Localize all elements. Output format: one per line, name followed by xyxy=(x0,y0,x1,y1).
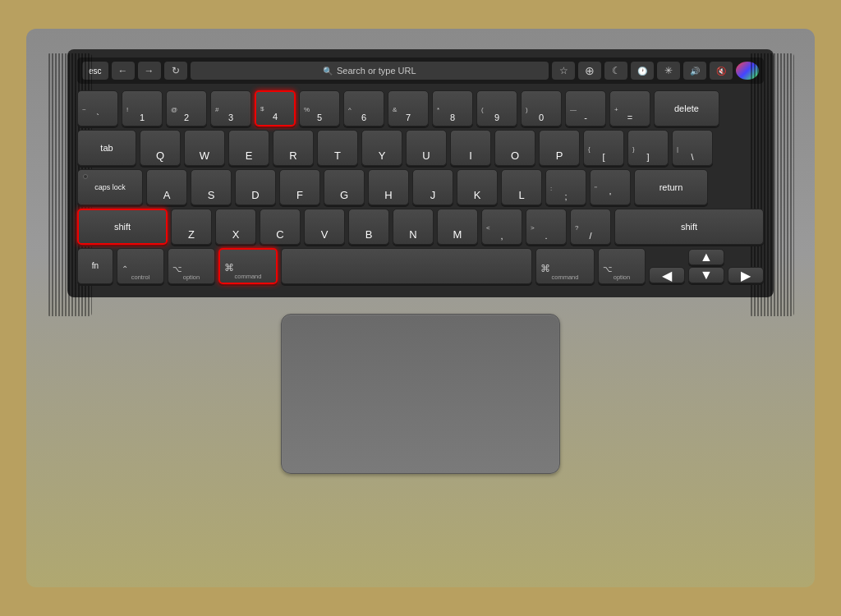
key-s[interactable]: S xyxy=(191,169,232,205)
key-equals[interactable]: + = xyxy=(609,90,650,126)
asdf-row: caps lock A S D F G H J K L : ; " ' retu… xyxy=(77,169,764,205)
key-arrow-up[interactable]: ▲ xyxy=(688,249,724,265)
key-f[interactable]: F xyxy=(279,169,320,205)
key-shift-left[interactable]: shift xyxy=(77,209,168,245)
key-n[interactable]: N xyxy=(393,209,434,245)
key-backslash[interactable]: | \ xyxy=(672,130,713,166)
tb-refresh[interactable]: ↻ xyxy=(164,62,187,80)
arrow-row-bottom: ◀ ▼ ▶ xyxy=(649,267,764,283)
tb-mute[interactable]: 🔇 xyxy=(710,62,733,80)
key-k[interactable]: K xyxy=(457,169,498,205)
key-4[interactable]: $ 4 xyxy=(255,90,296,126)
key-comma[interactable]: < , xyxy=(481,209,522,245)
key-h[interactable]: H xyxy=(368,169,409,205)
key-x[interactable]: X xyxy=(215,209,256,245)
key-3[interactable]: # 3 xyxy=(210,90,251,126)
key-a[interactable]: A xyxy=(146,169,187,205)
key-5[interactable]: % 5 xyxy=(299,90,340,126)
key-return[interactable]: return xyxy=(634,169,708,205)
key-v[interactable]: V xyxy=(304,209,345,245)
zxcv-row: shift Z X C V B N M < , > . ? / shift xyxy=(77,209,764,245)
key-arrow-down[interactable]: ▼ xyxy=(688,267,724,283)
key-1[interactable]: ! 1 xyxy=(122,90,163,126)
arrow-row-top: ▲ xyxy=(688,249,724,265)
key-l[interactable]: L xyxy=(501,169,542,205)
key-i[interactable]: I xyxy=(450,130,491,166)
arrow-cluster: ▲ ◀ ▼ ▶ xyxy=(649,249,764,283)
key-option-left[interactable]: ⌥ option xyxy=(168,248,215,284)
key-m[interactable]: M xyxy=(437,209,478,245)
key-quote[interactable]: " ' xyxy=(590,169,631,205)
touch-bar: esc ← → ↻ 🔍 Search or type URL ☆ ⊕ ☾ 🕐 ✳… xyxy=(77,57,764,84)
tb-back[interactable]: ← xyxy=(112,62,135,80)
key-w[interactable]: W xyxy=(184,130,225,166)
trackpad[interactable] xyxy=(281,314,560,474)
key-command-right[interactable]: ⌘ command xyxy=(535,248,595,284)
tb-moon[interactable]: ☾ xyxy=(604,62,627,80)
key-e[interactable]: E xyxy=(228,130,269,166)
qwerty-row: tab Q W E R T Y U I O P { [ } ] | \ xyxy=(77,130,764,166)
key-command-left[interactable]: ⌘ command xyxy=(218,248,278,284)
key-tab[interactable]: tab xyxy=(77,130,136,166)
key-u[interactable]: U xyxy=(406,130,447,166)
keyboard-area: esc ← → ↻ 🔍 Search or type URL ☆ ⊕ ☾ 🕐 ✳… xyxy=(67,49,774,297)
key-semicolon[interactable]: : ; xyxy=(545,169,586,205)
key-g[interactable]: G xyxy=(324,169,365,205)
tb-search[interactable]: 🔍 Search or type URL xyxy=(191,62,549,80)
key-t[interactable]: T xyxy=(317,130,358,166)
key-shift-right[interactable]: shift xyxy=(614,209,764,245)
key-o[interactable]: O xyxy=(494,130,535,166)
key-9[interactable]: ( 9 xyxy=(476,90,517,126)
key-control[interactable]: ⌃ control xyxy=(117,248,164,284)
key-8[interactable]: * 8 xyxy=(432,90,473,126)
key-p[interactable]: P xyxy=(539,130,580,166)
key-0[interactable]: ) 0 xyxy=(521,90,562,126)
tb-clock[interactable]: 🕐 xyxy=(631,62,654,80)
key-slash[interactable]: ? / xyxy=(570,209,611,245)
key-capslock[interactable]: caps lock xyxy=(77,169,143,205)
laptop-body: esc ← → ↻ 🔍 Search or type URL ☆ ⊕ ☾ 🕐 ✳… xyxy=(26,29,815,587)
key-b[interactable]: B xyxy=(348,209,389,245)
key-d[interactable]: D xyxy=(235,169,276,205)
key-minus[interactable]: — - xyxy=(565,90,606,126)
bottom-row: fn ⌃ control ⌥ option ⌘ command ⌘ comman… xyxy=(77,248,764,284)
key-arrow-right[interactable]: ▶ xyxy=(728,267,764,283)
key-2[interactable]: @ 2 xyxy=(166,90,207,126)
key-lbracket[interactable]: { [ xyxy=(583,130,624,166)
key-y[interactable]: Y xyxy=(361,130,402,166)
tb-sun[interactable]: ✳ xyxy=(657,62,680,80)
key-j[interactable]: J xyxy=(412,169,453,205)
tb-share[interactable]: ⊕ xyxy=(578,62,601,80)
key-fn[interactable]: fn xyxy=(77,248,113,284)
key-q[interactable]: Q xyxy=(140,130,181,166)
key-arrow-left[interactable]: ◀ xyxy=(649,267,685,283)
key-backtick[interactable]: ~ ` xyxy=(77,90,118,126)
key-rbracket[interactable]: } ] xyxy=(627,130,669,166)
key-6[interactable]: ^ 6 xyxy=(343,90,384,126)
tb-forward[interactable]: → xyxy=(138,62,161,80)
key-delete[interactable]: delete xyxy=(654,90,719,126)
key-period[interactable]: > . xyxy=(526,209,567,245)
key-z[interactable]: Z xyxy=(171,209,212,245)
key-space[interactable] xyxy=(281,248,532,284)
key-option-right[interactable]: ⌥ option xyxy=(598,248,646,284)
key-c[interactable]: C xyxy=(260,209,301,245)
tb-volume[interactable]: 🔊 xyxy=(683,62,706,80)
number-row: ~ ` ! 1 @ 2 # 3 $ 4 % 5 xyxy=(77,90,764,126)
key-7[interactable]: & 7 xyxy=(388,90,429,126)
key-r[interactable]: R xyxy=(273,130,314,166)
tb-star[interactable]: ☆ xyxy=(552,62,575,80)
